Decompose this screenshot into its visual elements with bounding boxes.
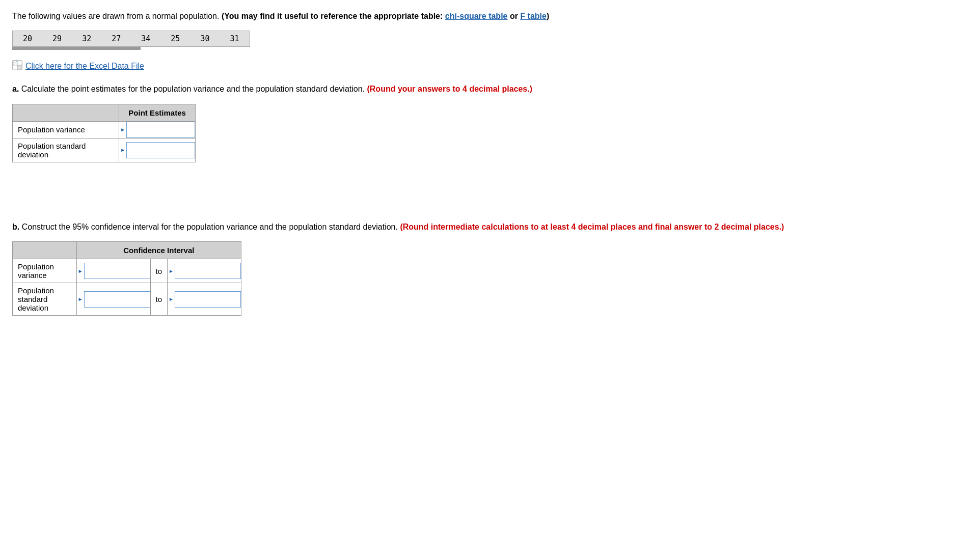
excel-link-text: Click here for the Excel Data File xyxy=(25,62,144,71)
data-value-3: 32 xyxy=(72,31,101,47)
pop-std-input-b-left[interactable] xyxy=(84,291,150,308)
triangle-marker-2: ► xyxy=(120,147,125,153)
table-row: Population standard deviation ► to ► xyxy=(13,283,241,316)
table-row: Population standard deviation ► xyxy=(13,138,196,162)
pop-variance-input-b-left[interactable] xyxy=(84,263,150,279)
estimates-table: Point Estimates Population variance ► Po… xyxy=(12,104,196,162)
section-b-label: b. xyxy=(12,223,19,231)
section-a-question: a. Calculate the point estimates for the… xyxy=(12,82,968,96)
pop-variance-input-b-right[interactable] xyxy=(175,263,241,279)
svg-rect-3 xyxy=(13,65,17,70)
section-b-note: (Round intermediate calculations to at l… xyxy=(400,223,784,231)
data-value-1: 20 xyxy=(13,31,43,47)
data-value-4: 27 xyxy=(101,31,131,47)
section-a-text: Calculate the point estimates for the po… xyxy=(21,85,365,93)
table-row: Population variance ► xyxy=(13,121,196,138)
pop-std-label-b: Population standard deviation xyxy=(13,283,77,316)
triangle-marker-6: ► xyxy=(169,296,174,302)
confidence-header-empty xyxy=(13,242,77,259)
triangle-marker-1: ► xyxy=(120,127,125,132)
f-table-link[interactable]: F table xyxy=(520,12,547,20)
data-value-2: 29 xyxy=(42,31,72,47)
section-b-question: b. Construct the 95% confidence interval… xyxy=(12,220,968,234)
chi-square-link[interactable]: chi-square table xyxy=(445,12,508,20)
intro-text-before: The following values are drawn from a no… xyxy=(12,12,219,20)
triangle-marker-5: ► xyxy=(78,296,83,302)
intro-bold-start: (You may find it useful to reference the… xyxy=(222,12,549,20)
confidence-table: Confidence Interval Population variance … xyxy=(12,241,241,316)
excel-link[interactable]: 📄 Click here for the Excel Data File xyxy=(12,60,144,72)
svg-rect-2 xyxy=(17,61,22,65)
data-values-container: 20 29 32 27 34 25 30 31 xyxy=(12,31,968,50)
pop-std-interval-left-cell: ► xyxy=(76,283,150,316)
data-values-table: 20 29 32 27 34 25 30 31 xyxy=(12,31,250,47)
section-a-note: (Round your answers to 4 decimal places.… xyxy=(367,85,532,93)
confidence-header-label: Confidence Interval xyxy=(76,242,241,259)
triangle-marker-3: ► xyxy=(78,268,83,274)
triangle-marker-4: ► xyxy=(169,268,174,274)
pop-variance-input-cell-a: ► xyxy=(119,121,196,138)
pop-variance-input-a[interactable] xyxy=(126,122,195,138)
excel-link-container: 📄 Click here for the Excel Data File xyxy=(12,60,968,72)
section-a-label: a. xyxy=(12,85,19,93)
pop-std-input-b-right[interactable] xyxy=(175,291,241,308)
pop-std-input-a[interactable] xyxy=(126,142,195,158)
pop-variance-interval-right-cell: ► xyxy=(168,259,241,283)
data-values-row: 20 29 32 27 34 25 30 31 xyxy=(13,31,250,47)
estimates-header-empty xyxy=(13,104,119,121)
excel-icon: 📄 xyxy=(12,60,22,72)
data-value-8: 31 xyxy=(220,31,250,47)
to-text-1: to xyxy=(150,259,168,283)
section-b: b. Construct the 95% confidence interval… xyxy=(12,220,968,316)
estimates-header-label: Point Estimates xyxy=(119,104,196,121)
data-bottom-bar xyxy=(12,47,141,50)
table-row: Population variance ► to ► xyxy=(13,259,241,283)
intro-paragraph: The following values are drawn from a no… xyxy=(12,10,968,22)
to-text-2: to xyxy=(150,283,168,316)
svg-text:📄: 📄 xyxy=(13,61,18,65)
data-value-7: 30 xyxy=(190,31,220,47)
section-a: a. Calculate the point estimates for the… xyxy=(12,82,968,162)
svg-rect-4 xyxy=(17,65,22,70)
pop-std-input-cell-a: ► xyxy=(119,138,196,162)
data-value-5: 34 xyxy=(131,31,160,47)
pop-std-label-a: Population standard deviation xyxy=(13,138,119,162)
pop-variance-label-a: Population variance xyxy=(13,121,119,138)
pop-std-interval-right-cell: ► xyxy=(168,283,241,316)
data-value-6: 25 xyxy=(160,31,190,47)
section-b-text: Construct the 95% confidence interval fo… xyxy=(22,223,398,231)
pop-variance-label-b: Population variance xyxy=(13,259,77,283)
pop-variance-interval-left-cell: ► xyxy=(76,259,150,283)
